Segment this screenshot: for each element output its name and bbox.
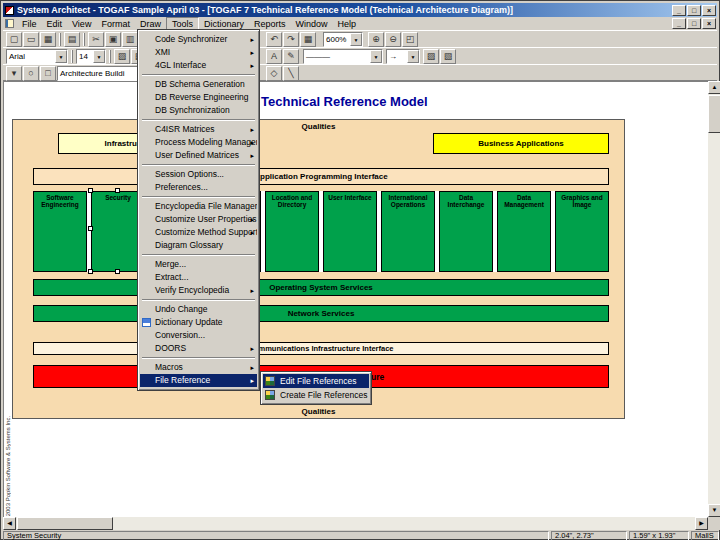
diagram-canvas[interactable]: Technical Reference Model Qualities Infr…: [3, 81, 708, 517]
service-box-graphics-image[interactable]: Graphics and Image: [555, 191, 609, 272]
line-style-combo[interactable]: ——— ▼: [303, 49, 383, 64]
maximize-button[interactable]: □: [687, 5, 701, 16]
menu-view[interactable]: View: [67, 18, 96, 30]
fill-color-button[interactable]: ▨: [114, 49, 130, 64]
redo-button[interactable]: ↷: [283, 32, 299, 47]
scroll-left-button[interactable]: ◀: [3, 517, 16, 530]
dropdown-arrow-icon[interactable]: ▼: [350, 33, 362, 46]
tools-menu-item-undo-change[interactable]: Undo Change: [140, 303, 257, 316]
rectangle-tool-button[interactable]: □: [40, 66, 56, 81]
shadow-style-button[interactable]: ▧: [440, 49, 456, 64]
menu-reports[interactable]: Reports: [249, 18, 291, 30]
copy-button[interactable]: ▣: [105, 32, 121, 47]
submenu-item-edit-file-references[interactable]: Edit File References: [263, 374, 369, 388]
tools-menu-item-db-schema-generation[interactable]: DB Schema Generation: [140, 78, 257, 91]
menu-window[interactable]: Window: [290, 18, 332, 30]
operating-system-services-bar[interactable]: Operating System Services: [33, 279, 609, 296]
tools-menu-item-preferences[interactable]: Preferences...: [140, 181, 257, 194]
text-color-button[interactable]: A: [266, 49, 282, 64]
service-box-international-operations[interactable]: International Operations: [381, 191, 435, 272]
oval-tool-button[interactable]: ○: [23, 66, 39, 81]
service-box-location-directory[interactable]: Location and Directory: [265, 191, 319, 272]
tools-menu-item-customize-user-properties[interactable]: Customize User Properties▸: [140, 213, 257, 226]
font-combo[interactable]: Arial ▼: [6, 49, 68, 64]
tools-menu-item-diagram-glossary[interactable]: Diagram Glossary: [140, 239, 257, 252]
save-button[interactable]: ▦: [40, 32, 56, 47]
tools-menu-item-code-synchronizer[interactable]: Code Synchronizer▸: [140, 33, 257, 46]
close-button[interactable]: ×: [702, 5, 716, 16]
tools-menu-item-user-defined-matrices[interactable]: User Defined Matrices▸: [140, 149, 257, 162]
tools-menu-item-conversion[interactable]: Conversion...: [140, 329, 257, 342]
tools-menu-item-dictionary-update[interactable]: Dictionary Update: [140, 316, 257, 329]
menu-file[interactable]: File: [17, 18, 42, 30]
new-file-button[interactable]: ▢: [6, 32, 22, 47]
tools-menu-item-file-reference[interactable]: File Reference▸: [140, 374, 257, 387]
tools-menu-item-xmi[interactable]: XMI▸: [140, 46, 257, 59]
cut-button[interactable]: ✂: [88, 32, 104, 47]
service-box-data-management[interactable]: Data Management: [497, 191, 551, 272]
minimize-button[interactable]: _: [672, 5, 686, 16]
tools-menu-item-macros[interactable]: Macros▸: [140, 361, 257, 374]
vertical-scroll-thumb[interactable]: [708, 95, 720, 133]
line-tool-button[interactable]: ╲: [283, 66, 299, 81]
menu-format[interactable]: Format: [96, 18, 135, 30]
polygon-tool-button[interactable]: ◇: [266, 66, 282, 81]
service-box-software-engineering[interactable]: Software Engineering: [33, 191, 87, 272]
pointer-tool-button[interactable]: ▾: [6, 66, 22, 81]
submenu-item-create-file-references[interactable]: Create File References: [263, 388, 369, 402]
tools-menu-item-db-synchronization[interactable]: DB Synchronization: [140, 104, 257, 117]
menu-help[interactable]: Help: [332, 18, 361, 30]
scroll-right-button[interactable]: ▶: [695, 517, 708, 530]
tools-menu-item-doors[interactable]: DOORS▸: [140, 342, 257, 355]
open-button[interactable]: ▭: [23, 32, 39, 47]
arrow-style-combo[interactable]: → ▼: [386, 49, 420, 64]
selection-handle[interactable]: [88, 188, 93, 193]
dropdown-arrow-icon[interactable]: ▼: [370, 50, 382, 63]
tools-menu-item-verify-encyclopedia[interactable]: Verify Encyclopedia▸: [140, 284, 257, 297]
tools-menu-item-4gl-interface[interactable]: 4GL Interface▸: [140, 59, 257, 72]
horizontal-scrollbar[interactable]: ◀ ▶: [3, 517, 708, 530]
business-applications-box[interactable]: Business Applications: [433, 133, 609, 154]
pencil-button[interactable]: ✎: [283, 49, 299, 64]
dropdown-arrow-icon[interactable]: ▼: [93, 50, 105, 63]
undo-button[interactable]: ↶: [266, 32, 282, 47]
dropdown-arrow-icon[interactable]: ▼: [55, 50, 67, 63]
vertical-scrollbar[interactable]: ▲ ▼: [708, 81, 720, 517]
print-button[interactable]: ▤: [64, 32, 80, 47]
tools-menu-item-merge[interactable]: Merge...: [140, 258, 257, 271]
tools-menu-item-c4isr-matrices[interactable]: C4ISR Matrices▸: [140, 123, 257, 136]
dropdown-arrow-icon[interactable]: ▼: [407, 50, 419, 63]
menu-dictionary[interactable]: Dictionary: [199, 18, 249, 30]
mdi-close-button[interactable]: ×: [702, 18, 716, 29]
zoom-area-button[interactable]: ◰: [402, 32, 418, 47]
zoom-combo[interactable]: 600% ▼: [323, 32, 363, 47]
grid-button[interactable]: ▦: [300, 32, 316, 47]
font-size-combo[interactable]: 14 ▼: [76, 49, 106, 64]
selection-handle[interactable]: [115, 269, 120, 274]
horizontal-scroll-thumb[interactable]: [17, 517, 113, 530]
tools-menu-item-session-options[interactable]: Session Options...: [140, 168, 257, 181]
api-bar[interactable]: Application Programming Interface: [33, 168, 609, 185]
scroll-up-button[interactable]: ▲: [708, 81, 720, 94]
menu-edit[interactable]: Edit: [42, 18, 68, 30]
tools-menu-item-extract[interactable]: Extract...: [140, 271, 257, 284]
communications-infrastructure-interface-bar[interactable]: Communications Infrastructure Interface: [33, 342, 609, 355]
tools-menu-item-db-reverse-engineering[interactable]: DB Reverse Engineering: [140, 91, 257, 104]
tools-menu-item-encyclopedia-file-manager[interactable]: Encyclopedia File Manager: [140, 200, 257, 213]
service-box-user-interface[interactable]: User Interface: [323, 191, 377, 272]
menu-draw[interactable]: Draw: [135, 18, 166, 30]
network-services-bar[interactable]: Network Services: [33, 305, 609, 322]
selection-handle[interactable]: [88, 269, 93, 274]
selection-handle[interactable]: [115, 188, 120, 193]
scroll-down-button[interactable]: ▼: [708, 504, 720, 517]
app-icon[interactable]: [5, 6, 14, 15]
zoom-out-button[interactable]: ⊖: [385, 32, 401, 47]
tools-menu-item-process-modeling-manager[interactable]: Process Modeling Manager▸: [140, 136, 257, 149]
service-box-data-interchange[interactable]: Data Interchange: [439, 191, 493, 272]
mdi-minimize-button[interactable]: _: [672, 18, 686, 29]
selection-handle[interactable]: [88, 226, 93, 231]
paste-button[interactable]: ▥: [122, 32, 138, 47]
mdi-restore-button[interactable]: □: [687, 18, 701, 29]
hatch-style-button[interactable]: ▨: [423, 49, 439, 64]
tools-menu-item-customize-method-support[interactable]: Customize Method Support▸: [140, 226, 257, 239]
